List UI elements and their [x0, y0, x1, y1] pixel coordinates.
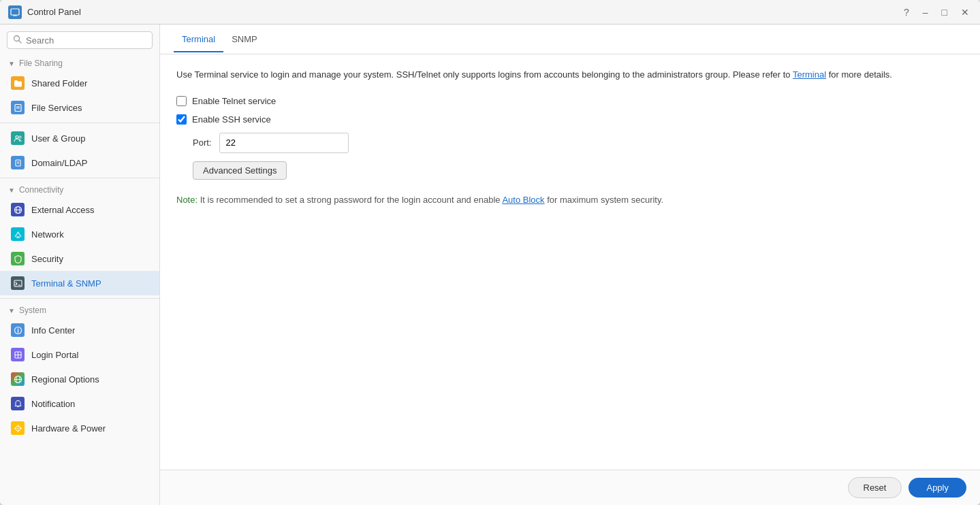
close-button[interactable]: ✕ — [958, 6, 972, 18]
section-system[interactable]: ▼ System — [0, 302, 159, 318]
divider — [0, 298, 159, 299]
file-services-icon — [11, 101, 25, 114]
sidebar-item-network[interactable]: Network — [0, 222, 159, 246]
reset-button[interactable]: Reset — [848, 477, 902, 498]
svg-point-21 — [17, 328, 18, 329]
login-portal-icon — [11, 348, 25, 361]
svg-rect-17 — [14, 280, 22, 287]
minimize-button[interactable]: – — [920, 6, 931, 18]
sidebar-item-login-portal[interactable]: Login Portal — [0, 342, 159, 367]
sidebar-item-label: Security — [31, 254, 63, 264]
window-controls: ? – □ ✕ — [901, 6, 972, 18]
external-access-icon — [11, 203, 25, 216]
port-input[interactable] — [219, 133, 349, 153]
note-text: Note: It is recommended to set a strong … — [176, 193, 964, 208]
sidebar-item-security[interactable]: Security — [0, 246, 159, 271]
sidebar-item-info-center[interactable]: Info Center — [0, 318, 159, 342]
network-icon — [11, 227, 25, 241]
security-icon — [11, 252, 25, 265]
shared-folder-icon — [11, 76, 25, 90]
sidebar-item-label: Hardware & Power — [31, 423, 106, 434]
svg-point-29 — [17, 427, 18, 429]
section-label: File Sharing — [19, 59, 63, 68]
sidebar-item-regional-options[interactable]: Regional Options — [0, 367, 159, 391]
ssh-checkbox[interactable] — [176, 114, 187, 125]
sidebar-item-label: Login Portal — [31, 350, 78, 360]
user-group-icon — [11, 131, 25, 145]
notification-icon — [11, 397, 25, 410]
svg-rect-16 — [16, 236, 20, 238]
domain-ldap-icon — [11, 156, 25, 169]
telnet-checkbox[interactable] — [176, 96, 187, 106]
section-label: Connectivity — [19, 185, 63, 195]
sidebar-item-external-access[interactable]: External Access — [0, 197, 159, 222]
sidebar-item-label: External Access — [31, 205, 95, 215]
apply-button[interactable]: Apply — [908, 478, 966, 498]
search-input[interactable] — [26, 35, 146, 46]
control-panel-window: Control Panel ? – □ ✕ ▼ File — [0, 0, 980, 505]
maximize-button[interactable]: □ — [939, 6, 950, 18]
auto-block-link[interactable]: Auto Block — [502, 195, 544, 205]
sidebar-item-label: Info Center — [31, 325, 75, 336]
sidebar-item-label: User & Group — [31, 133, 85, 144]
content-body: Use Terminal service to login and manage… — [160, 54, 980, 470]
sidebar-item-label: Notification — [31, 399, 75, 409]
ssh-checkbox-row: Enable SSH service — [176, 114, 964, 125]
advanced-settings-button[interactable]: Advanced Settings — [193, 161, 287, 180]
regional-icon — [11, 372, 25, 386]
chevron-icon: ▼ — [8, 186, 15, 194]
divider — [0, 178, 159, 178]
sidebar-item-file-services[interactable]: File Services — [0, 95, 159, 120]
sidebar-item-label: File Services — [31, 103, 82, 113]
sidebar-item-hardware-power[interactable]: Hardware & Power — [0, 416, 159, 440]
svg-rect-0 — [11, 9, 19, 15]
sidebar-item-label: Domain/LDAP — [31, 158, 87, 168]
tabs-bar: Terminal SNMP — [160, 25, 980, 54]
section-file-sharing[interactable]: ▼ File Sharing — [0, 54, 159, 71]
ssh-label: Enable SSH service — [192, 114, 271, 125]
note-label: Note: — [176, 195, 197, 205]
chevron-icon: ▼ — [8, 60, 15, 67]
divider — [0, 123, 159, 123]
sidebar-item-shared-folder[interactable]: Shared Folder — [0, 71, 159, 95]
tab-snmp[interactable]: SNMP — [223, 27, 266, 52]
footer: Reset Apply — [160, 470, 980, 505]
title-bar: Control Panel ? – □ ✕ — [0, 0, 980, 25]
sidebar-item-label: Network — [31, 229, 64, 240]
telnet-checkbox-row: Enable Telnet service — [176, 96, 964, 106]
sidebar-item-user-group[interactable]: User & Group — [0, 126, 159, 150]
svg-point-8 — [16, 135, 18, 138]
port-label: Port: — [193, 137, 211, 148]
section-connectivity[interactable]: ▼ Connectivity — [0, 181, 159, 197]
help-button[interactable]: ? — [901, 6, 912, 18]
hardware-icon — [11, 421, 25, 435]
sidebar-item-domain-ldap[interactable]: Domain/LDAP — [0, 150, 159, 175]
chevron-icon: ▼ — [8, 307, 15, 314]
sidebar-item-label: Terminal & SNMP — [31, 278, 101, 289]
sidebar-item-terminal-snmp[interactable]: Terminal & SNMP — [0, 271, 159, 295]
tab-terminal[interactable]: Terminal — [174, 27, 223, 52]
sidebar-item-label: Shared Folder — [31, 78, 87, 88]
search-icon — [13, 35, 22, 46]
svg-line-4 — [19, 41, 22, 44]
section-label: System — [19, 306, 46, 315]
info-center-icon — [11, 323, 25, 337]
search-box[interactable] — [7, 31, 153, 49]
port-row: Port: — [193, 133, 964, 153]
terminal-link[interactable]: Terminal — [793, 69, 826, 80]
window-title: Control Panel — [27, 7, 901, 17]
sidebar: ▼ File Sharing Shared Folder File Servic… — [0, 25, 160, 505]
svg-point-9 — [19, 136, 21, 138]
description: Use Terminal service to login and manage… — [176, 68, 964, 82]
sidebar-item-label: Regional Options — [31, 374, 99, 385]
app-icon — [8, 5, 22, 19]
main-layout: ▼ File Sharing Shared Folder File Servic… — [0, 25, 980, 505]
telnet-label: Enable Telnet service — [192, 96, 276, 106]
terminal-icon — [11, 276, 25, 290]
sidebar-item-notification[interactable]: Notification — [0, 391, 159, 416]
content-area: Terminal SNMP Use Terminal service to lo… — [160, 25, 980, 505]
